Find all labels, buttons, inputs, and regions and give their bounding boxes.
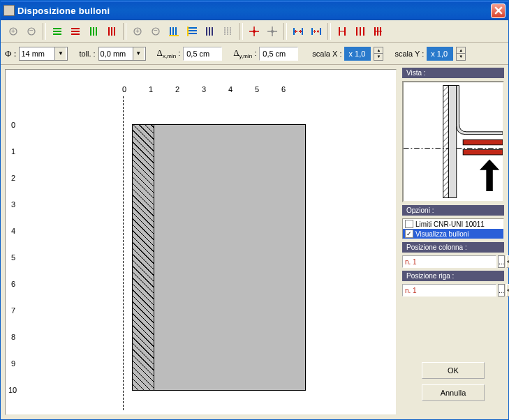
expand-h-icon[interactable] bbox=[290, 23, 307, 40]
vista-svg bbox=[404, 82, 503, 201]
toll-label: toll. : bbox=[79, 50, 95, 58]
x-tick-6: 6 bbox=[281, 85, 286, 93]
options-list: Limiti CNR-UNI 10011 ✓ Visualizza bullon… bbox=[402, 218, 504, 239]
vista-label: Vista : bbox=[402, 68, 504, 78]
cols-blue-icon[interactable] bbox=[165, 23, 182, 40]
riga-edit-button[interactable]: ... bbox=[498, 284, 505, 297]
ok-button[interactable]: OK bbox=[422, 362, 485, 379]
svg-rect-47 bbox=[443, 86, 449, 198]
scalax-value[interactable]: x 1,0 bbox=[344, 47, 371, 61]
svg-rect-12 bbox=[96, 27, 97, 36]
dymin-label: Δy,min : bbox=[233, 47, 256, 59]
svg-rect-29 bbox=[209, 27, 210, 36]
col-position-input[interactable] bbox=[402, 255, 496, 268]
option-visualizza[interactable]: ✓ Visualizza bulloni bbox=[403, 229, 503, 239]
dist-red3-icon[interactable] bbox=[370, 23, 387, 40]
scalay-spinner[interactable]: ▲▼ bbox=[456, 47, 466, 61]
svg-rect-40 bbox=[360, 27, 361, 36]
vista-preview bbox=[402, 81, 504, 202]
col-edit-button[interactable]: ... bbox=[498, 255, 505, 268]
opzioni-label: Opzioni : bbox=[402, 205, 504, 216]
align-v-green-icon[interactable] bbox=[85, 23, 102, 40]
dist-red1-icon[interactable] bbox=[334, 23, 351, 40]
svg-rect-13 bbox=[108, 27, 110, 36]
phi-dropdown[interactable]: 14 mm ▼ bbox=[19, 47, 68, 61]
scalay-label: scala Y : bbox=[394, 50, 424, 58]
side-panel: Vista : Opzioni : bbox=[401, 65, 508, 419]
rows-blue-icon[interactable] bbox=[184, 23, 200, 40]
svg-rect-7 bbox=[71, 28, 80, 29]
dxmin-label: Δx,min : bbox=[157, 47, 181, 59]
scalax-label: scala X : bbox=[312, 50, 341, 58]
col-prev-button[interactable]: < bbox=[506, 255, 509, 268]
riga-position-row: ... < > bbox=[402, 284, 504, 297]
svg-rect-41 bbox=[363, 27, 364, 36]
checkbox-icon[interactable] bbox=[405, 220, 413, 228]
plate-flange bbox=[132, 124, 154, 391]
option-limiti[interactable]: Limiti CNR-UNI 10011 bbox=[403, 219, 503, 229]
cols-dashed-icon[interactable] bbox=[220, 23, 237, 40]
chevron-down-icon: ▼ bbox=[54, 47, 66, 60]
svg-rect-14 bbox=[111, 27, 112, 36]
remove-bolt-icon[interactable]: − bbox=[23, 23, 40, 40]
riga-prev-button[interactable]: < bbox=[506, 284, 509, 297]
center-grey-icon[interactable] bbox=[264, 23, 281, 40]
riga-position-input[interactable] bbox=[402, 284, 496, 297]
parameter-bar: Φ : 14 mm ▼ toll. : 0,0 mm ▼ Δx,min : 0,… bbox=[1, 43, 508, 65]
x-tick-1: 1 bbox=[149, 85, 153, 93]
align-h-green-icon[interactable] bbox=[49, 23, 66, 40]
y-tick-7: 7 bbox=[11, 306, 15, 315]
align-v-red-icon[interactable] bbox=[103, 23, 120, 40]
svg-rect-26 bbox=[189, 33, 197, 34]
canvas-area[interactable]: 0 1 2 3 4 5 6 0 1 2 3 4 5 6 7 8 9 10 bbox=[5, 69, 397, 415]
dialog-window: Disposizione bulloni + − + − Φ : 14 mm bbox=[0, 0, 509, 420]
x-tick-4: 4 bbox=[228, 85, 233, 93]
svg-rect-5 bbox=[53, 31, 61, 32]
svg-rect-10 bbox=[90, 27, 91, 36]
y-tick-1: 1 bbox=[11, 147, 15, 156]
collapse-h-icon[interactable] bbox=[308, 23, 325, 40]
svg-rect-36 bbox=[320, 28, 321, 35]
svg-text:−: − bbox=[29, 27, 34, 34]
col-position-row: ... < > bbox=[402, 255, 504, 268]
cols-dark-icon[interactable] bbox=[202, 23, 219, 40]
align-h-red-icon[interactable] bbox=[67, 23, 84, 40]
svg-rect-25 bbox=[189, 30, 197, 31]
phi-label: Φ : bbox=[5, 48, 16, 59]
svg-rect-9 bbox=[71, 33, 80, 35]
svg-rect-49 bbox=[463, 140, 503, 145]
remove-row-icon[interactable]: − bbox=[147, 23, 164, 40]
x-tick-3: 3 bbox=[202, 85, 206, 93]
dist-red2-icon[interactable] bbox=[352, 23, 369, 40]
toolbar: + − + − bbox=[1, 20, 508, 43]
cancel-button[interactable]: Annulla bbox=[422, 384, 485, 401]
y-tick-3: 3 bbox=[11, 200, 15, 209]
add-bolt-icon[interactable]: + bbox=[5, 23, 22, 40]
center-red-icon[interactable] bbox=[246, 23, 263, 40]
dymin-input[interactable]: 0,5 cm bbox=[259, 47, 298, 61]
scalax-spinner[interactable]: ▲▼ bbox=[374, 47, 383, 61]
checkbox-checked-icon[interactable]: ✓ bbox=[405, 230, 413, 238]
svg-rect-11 bbox=[93, 27, 94, 36]
svg-rect-22 bbox=[175, 27, 177, 36]
y-tick-2: 2 bbox=[11, 174, 15, 182]
svg-point-31 bbox=[253, 30, 256, 33]
svg-text:+: + bbox=[11, 27, 15, 35]
dxmin-input[interactable]: 0,5 cm bbox=[183, 47, 222, 61]
close-button[interactable] bbox=[491, 3, 506, 18]
svg-rect-8 bbox=[71, 31, 80, 32]
svg-rect-20 bbox=[170, 27, 171, 36]
y-tick-6: 6 bbox=[11, 280, 15, 288]
window-title: Disposizione bulloni bbox=[17, 6, 491, 16]
toll-dropdown[interactable]: 0,0 mm ▼ bbox=[98, 47, 146, 61]
content-area: 0 1 2 3 4 5 6 0 1 2 3 4 5 6 7 8 9 10 Vis bbox=[1, 65, 508, 419]
svg-rect-35 bbox=[311, 28, 313, 35]
scalay-value[interactable]: x 1,0 bbox=[427, 47, 453, 61]
svg-rect-24 bbox=[189, 27, 197, 29]
svg-rect-15 bbox=[114, 27, 115, 36]
svg-rect-33 bbox=[293, 28, 295, 35]
app-icon bbox=[3, 5, 15, 16]
y-tick-4: 4 bbox=[11, 227, 15, 235]
add-row-icon[interactable]: + bbox=[129, 23, 146, 40]
plate-main bbox=[154, 124, 306, 391]
